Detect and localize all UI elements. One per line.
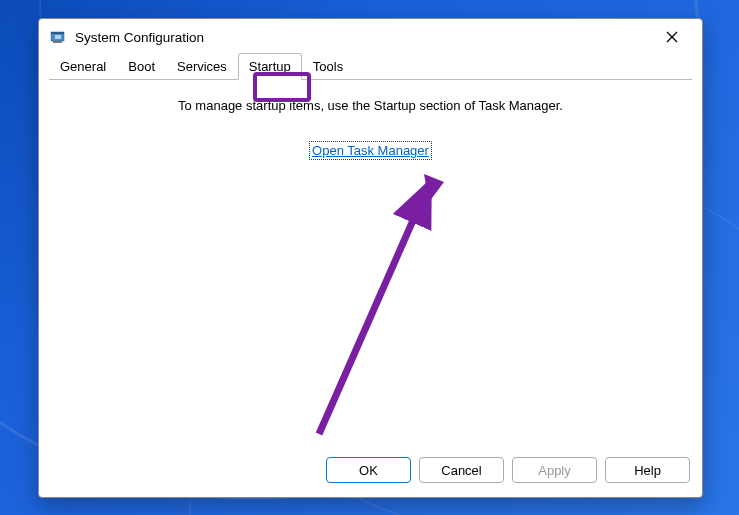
app-icon — [49, 28, 67, 46]
open-task-manager-link[interactable]: Open Task Manager — [309, 141, 432, 160]
cancel-button[interactable]: Cancel — [419, 457, 504, 483]
svg-rect-2 — [53, 41, 62, 43]
tab-content-area: To manage startup items, use the Startup… — [39, 80, 702, 447]
info-text: To manage startup items, use the Startup… — [59, 98, 682, 113]
ok-button[interactable]: OK — [326, 457, 411, 483]
tab-general[interactable]: General — [49, 53, 117, 80]
tab-startup[interactable]: Startup — [238, 53, 302, 80]
tab-tools[interactable]: Tools — [302, 53, 354, 80]
svg-rect-3 — [55, 35, 61, 39]
titlebar: System Configuration — [39, 19, 702, 53]
tab-boot[interactable]: Boot — [117, 53, 166, 80]
dialog-buttons: OK Cancel Apply Help — [39, 447, 702, 497]
close-button[interactable] — [652, 23, 692, 51]
tab-bar: General Boot Services Startup Tools — [49, 53, 692, 80]
system-configuration-dialog: System Configuration General Boot Servic… — [38, 18, 703, 498]
svg-rect-1 — [51, 32, 64, 34]
help-button[interactable]: Help — [605, 457, 690, 483]
dialog-title: System Configuration — [75, 30, 652, 45]
tab-services[interactable]: Services — [166, 53, 238, 80]
apply-button: Apply — [512, 457, 597, 483]
